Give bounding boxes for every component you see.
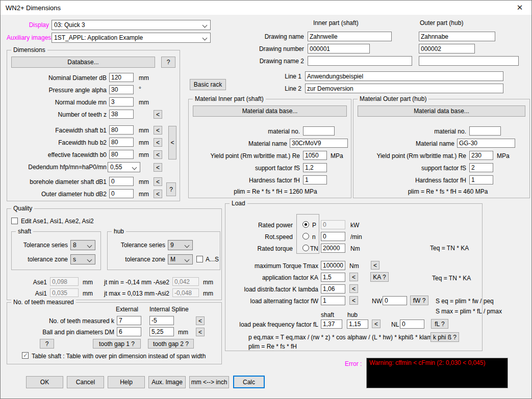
tooth-gap2-button[interactable]: tooth gap 2 ? [148,339,194,349]
drawing-name-inner-input[interactable] [308,32,392,41]
fw-input[interactable] [321,296,345,305]
k-external-input[interactable] [117,316,141,325]
material-outer-yield-input[interactable] [469,151,493,160]
aux-images-select[interactable]: 1ST_APPL: Application Example [52,33,211,43]
outer-diameter-back-button[interactable]: < [154,190,162,198]
fl-hub-input[interactable] [347,320,368,329]
fw-back-button[interactable]: < [349,296,358,305]
material-inner-no-input[interactable] [303,126,335,136]
ka-input[interactable] [321,273,345,282]
material-inner-fs-input[interactable] [303,163,327,172]
ok-button[interactable]: OK [26,376,63,388]
material-inner-database-button[interactable]: Material data base... [193,105,347,117]
dm-internal-input[interactable] [149,327,174,336]
facewidth-hub-back-button[interactable]: < [154,138,162,147]
torque-input[interactable] [321,244,345,253]
material-inner-fh-input[interactable] [303,175,327,184]
material-outer-database-button[interactable]: Material data base... [358,105,525,117]
fw-help-button[interactable]: fW ? [410,296,428,305]
mm-inch-toggle-button[interactable]: mm <--> inch [189,376,229,388]
basic-rack-button[interactable]: Basic rack [190,79,226,90]
edit-ase-checkbox[interactable] [11,218,18,224]
diameter-help-button[interactable]: ? [166,182,176,196]
dm-back-button[interactable]: < [196,328,205,336]
num-teeth-back-button[interactable]: < [154,110,162,119]
num-teeth-input[interactable] [109,110,134,119]
material-outer-fh-input[interactable] [469,175,493,184]
fl-back-button[interactable]: < [372,320,381,328]
facewidth-shaft-input[interactable] [109,125,134,135]
facewidth-all-back-button[interactable]: < [168,126,176,159]
tmax-input[interactable] [321,261,345,270]
klambda-back-button[interactable]: < [349,284,358,293]
drawing-number-outer-input[interactable] [419,44,475,54]
material-inner-name-input[interactable] [290,139,348,148]
outer-diameter-input[interactable] [109,189,134,198]
line1-input[interactable] [305,71,503,81]
error-console: Warning: cffmin < cFmin (2: 0,030 < 0,04… [366,358,508,388]
dimensions-help-button[interactable]: ? [161,57,175,68]
speed-input[interactable] [321,232,345,241]
facewidth-hub-input[interactable] [109,138,134,147]
tmax-back-button[interactable]: < [371,261,379,270]
inner-part-title: Inner part (shaft) [313,19,359,26]
unit-mm: mm [139,151,149,158]
facewidth-shaft-back-button[interactable]: < [154,126,162,135]
drawing-name-outer-input[interactable] [419,32,495,41]
fl-shaft-input[interactable] [321,320,342,329]
tooth-gap1-button[interactable]: tooth gap 1 ? [93,339,141,349]
drawing-name2-inner-input[interactable] [308,56,412,66]
cancel-button[interactable]: Cancel [67,376,104,388]
material-outer-yield-label: Yield point (Rm w/brittle mat.) Re [358,152,466,159]
klambda-input[interactable] [321,284,345,294]
torque-radio[interactable] [302,245,309,251]
material-inner-yield-input[interactable] [303,151,327,160]
aux-images-value: 1ST_APPL: Application Example [54,34,143,41]
material-outer-name-input[interactable] [457,139,515,148]
as-checkbox[interactable] [196,256,203,262]
calc-button[interactable]: Calc [233,376,265,388]
chevron-down-icon [185,257,190,262]
drawing-number-inner-input[interactable] [308,44,370,54]
k-back-button[interactable]: < [196,316,205,325]
help-button[interactable]: Help [108,376,145,388]
line2-input[interactable] [305,84,503,93]
shaft-tolerance-zone-select[interactable]: s [70,254,95,264]
shaft-tolerance-series-label: Tolerance series [14,242,68,249]
borehole-back-button[interactable]: < [154,177,162,186]
teeth-help-button[interactable]: ? [40,339,54,349]
dedendum-select[interactable]: 0,55 [108,162,140,172]
effective-facewidth-input[interactable] [109,150,134,159]
effective-facewidth-back-button[interactable]: < [154,150,162,159]
shaft-tolerance-series-select[interactable]: 8 [70,240,95,250]
power-radio[interactable] [302,221,309,228]
dedendum-back-button[interactable]: < [154,163,162,172]
nominal-diameter-input[interactable] [109,73,134,82]
material-inner-group: Material Inner part (shaft) Material dat… [188,99,351,198]
display-select[interactable]: 03: Quick 3 [52,20,211,30]
aux-image-button[interactable]: Aux. Image [148,376,186,388]
database-button[interactable]: Database... [11,57,155,68]
ka-back-button[interactable]: < [349,273,358,281]
material-outer-no-input[interactable] [469,126,501,136]
table-shaft-checkbox[interactable] [22,352,29,359]
nl-input[interactable] [400,320,424,329]
close-button[interactable]: ✕ [511,2,528,14]
nw-input[interactable] [383,296,407,305]
peq-formula-text: p eq,max = T eq,max / (rw * z) * cos alp… [248,334,442,341]
normal-module-input[interactable] [109,97,134,107]
fl-help-button[interactable]: fL ? [431,319,448,329]
speed-radio[interactable] [302,233,309,240]
quality-group: Quality Edit Ase1, Asi1, Ase2, Asi2 shaf… [7,208,222,300]
kphib-help-button[interactable]: k phi ß ? [430,332,459,342]
hub-tolerance-zone-select[interactable]: M [168,254,193,264]
dm-external-input[interactable] [117,327,141,336]
k-internal-input[interactable] [149,316,174,325]
pressure-angle-input[interactable] [109,85,134,94]
hub-tolerance-series-select[interactable]: 9 [168,240,193,250]
borehole-input[interactable] [109,177,134,186]
drawing-name2-outer-input[interactable] [419,56,519,66]
ka-help-button[interactable]: KA ? [370,272,389,282]
material-outer-fs-input[interactable] [469,163,493,172]
close-icon: ✕ [517,3,523,12]
